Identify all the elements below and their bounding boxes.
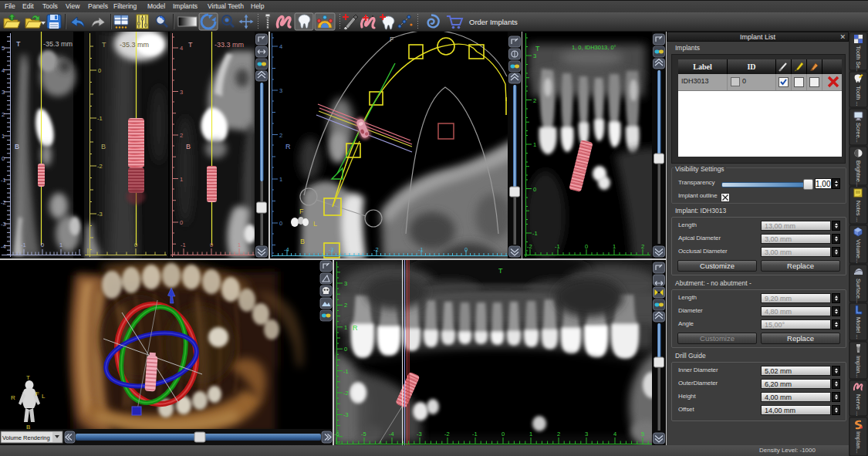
svg-text:2: 2 — [180, 132, 183, 139]
svg-text:Order Implants: Order Implants — [469, 18, 518, 26]
svg-text:0: 0 — [210, 242, 213, 248]
svg-text:F: F — [390, 35, 394, 43]
svg-text:0: 0 — [344, 346, 347, 353]
svg-text:4: 4 — [2, 67, 5, 74]
svg-text:-2: -2 — [343, 390, 349, 397]
svg-text:3: 3 — [180, 89, 183, 96]
svg-text:5: 5 — [641, 431, 644, 437]
svg-text:F: F — [35, 390, 39, 397]
svg-text:-4: -4 — [1, 243, 6, 250]
svg-text:-1: -1 — [343, 368, 349, 375]
svg-text:1: 1 — [533, 141, 536, 148]
svg-text:F: F — [299, 208, 304, 215]
svg-text:R: R — [11, 394, 15, 401]
svg-text:2: 2 — [2, 111, 5, 118]
svg-text:0: 0 — [41, 242, 44, 248]
svg-text:T: T — [535, 45, 540, 52]
svg-text:4: 4 — [180, 45, 183, 52]
svg-text:3: 3 — [279, 87, 282, 94]
svg-text:0: 0 — [2, 155, 5, 162]
svg-text:Volume Rendering: Volume Rendering — [2, 434, 50, 441]
svg-text:2: 2 — [533, 97, 536, 104]
svg-text:0: 0 — [180, 219, 183, 226]
svg-text:-5: -5 — [361, 431, 366, 437]
svg-text:-2: -2 — [1, 199, 6, 206]
svg-text:0: 0 — [98, 67, 101, 74]
svg-text:-6: -6 — [334, 431, 339, 437]
svg-text:3: 3 — [533, 52, 536, 59]
svg-text:2: 2 — [641, 243, 644, 250]
svg-text:-3: -3 — [417, 431, 422, 437]
svg-text:T: T — [26, 374, 30, 381]
svg-text:-33.3 mm: -33.3 mm — [214, 41, 244, 49]
svg-text:0: 0 — [279, 220, 282, 227]
svg-text:-2: -2 — [373, 246, 379, 253]
svg-text:-1: -1 — [472, 431, 478, 437]
svg-text:B: B — [15, 143, 19, 150]
svg-text:-3: -3 — [97, 211, 103, 218]
svg-text:-4: -4 — [284, 246, 289, 253]
svg-text:-2: -2 — [444, 431, 450, 437]
svg-text:-3: -3 — [343, 411, 349, 418]
svg-text:B: B — [186, 143, 191, 150]
svg-text:0: 0 — [464, 246, 468, 253]
svg-text:-1: -1 — [181, 242, 186, 248]
svg-text:0: 0 — [533, 186, 536, 193]
svg-text:2: 2 — [557, 431, 560, 437]
svg-text:1: 1 — [2, 133, 5, 140]
svg-text:R: R — [285, 143, 291, 150]
svg-text:-2: -2 — [527, 243, 532, 250]
svg-text:1: 1 — [238, 242, 241, 248]
svg-text:2: 2 — [279, 132, 282, 139]
svg-text:2: 2 — [344, 302, 347, 309]
svg-text:3: 3 — [585, 431, 588, 437]
svg-text:5: 5 — [2, 45, 5, 52]
svg-text:-3: -3 — [1, 221, 6, 228]
svg-text:T: T — [16, 40, 21, 48]
svg-text:-1: -1 — [555, 243, 560, 250]
svg-text:B: B — [300, 238, 305, 245]
svg-text:3: 3 — [2, 89, 5, 96]
svg-text:1, 0, IDH3013, 0°: 1, 0, IDH3013, 0° — [572, 44, 616, 51]
svg-text:L: L — [313, 220, 317, 228]
svg-text:1: 1 — [344, 324, 347, 331]
svg-text:4: 4 — [279, 43, 282, 50]
svg-text:-3: -3 — [329, 246, 334, 253]
svg-text:-1: -1 — [418, 246, 424, 253]
svg-text:T: T — [188, 41, 193, 49]
svg-text:L: L — [42, 393, 46, 400]
svg-text:T: T — [498, 267, 503, 275]
svg-text:1: 1 — [613, 243, 616, 250]
svg-text:1: 1 — [279, 176, 282, 183]
svg-text:1: 1 — [180, 176, 183, 183]
svg-text:4: 4 — [613, 431, 616, 437]
svg-text:1: 1 — [529, 431, 532, 437]
svg-text:0: 0 — [585, 243, 588, 250]
svg-text:-35.3 mm: -35.3 mm — [43, 40, 73, 48]
svg-text:1: 1 — [59, 242, 62, 248]
svg-text:0: 0 — [502, 431, 505, 437]
svg-text:-1: -1 — [532, 230, 538, 237]
svg-text:-1: -1 — [97, 115, 103, 122]
svg-text:-2: -2 — [97, 163, 103, 170]
svg-text:-1: -1 — [1, 177, 6, 184]
svg-text:3: 3 — [344, 280, 347, 287]
svg-text:0: 0 — [134, 242, 137, 248]
svg-text:-4: -4 — [389, 431, 394, 437]
svg-text:-35.3 mm: -35.3 mm — [120, 41, 149, 49]
svg-text:-1: -1 — [21, 242, 26, 248]
svg-text:B: B — [101, 143, 106, 150]
svg-text:R: R — [353, 324, 358, 332]
svg-text:T: T — [102, 41, 106, 49]
